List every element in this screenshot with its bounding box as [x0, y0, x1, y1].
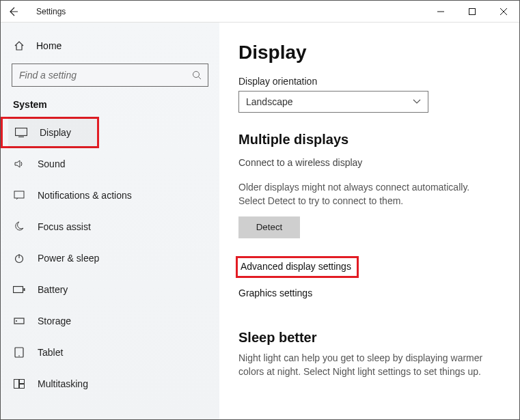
graphics-settings-link[interactable]: Graphics settings — [238, 285, 316, 303]
svg-rect-8 — [14, 191, 24, 198]
sidebar-group-title: System — [6, 99, 214, 117]
svg-rect-19 — [20, 384, 25, 389]
svg-rect-6 — [16, 128, 27, 136]
multitasking-icon — [13, 379, 25, 389]
svg-rect-1 — [469, 8, 476, 14]
battery-icon — [13, 285, 25, 294]
maximize-icon — [469, 8, 476, 15]
search-wrap — [12, 64, 208, 87]
sidebar: Home System Display — [1, 23, 219, 419]
sound-icon — [13, 158, 25, 169]
back-button[interactable] — [8, 6, 28, 17]
advanced-display-settings-link[interactable]: Advanced display settings — [241, 261, 351, 272]
home-icon — [13, 40, 25, 51]
sidebar-item-notifications[interactable]: Notifications & actions — [6, 180, 214, 211]
svg-point-4 — [193, 72, 200, 78]
home-button[interactable]: Home — [6, 35, 214, 64]
window-title: Settings — [36, 7, 66, 16]
maximize-button[interactable] — [456, 1, 488, 23]
sidebar-item-label: Battery — [38, 284, 68, 295]
svg-point-16 — [18, 355, 20, 356]
sidebar-item-tablet[interactable]: Tablet — [6, 337, 214, 368]
minimize-icon — [437, 8, 444, 15]
sidebar-item-focus-assist[interactable]: Focus assist — [6, 211, 214, 242]
storage-icon — [13, 316, 25, 326]
detect-help-text: Older displays might not always connect … — [238, 180, 498, 208]
minimize-button[interactable] — [425, 1, 456, 23]
orientation-label: Display orientation — [238, 76, 503, 87]
chevron-down-icon — [413, 99, 421, 104]
highlight-display: Display — [1, 117, 99, 148]
svg-line-5 — [199, 77, 202, 80]
sidebar-item-label: Notifications & actions — [38, 190, 132, 201]
sidebar-item-battery[interactable]: Battery — [6, 274, 214, 305]
svg-rect-12 — [24, 288, 25, 291]
sidebar-item-label: Storage — [38, 316, 71, 326]
highlight-advanced: Advanced display settings — [236, 256, 359, 278]
sleep-help-text: Night light can help you get to sleep by… — [238, 351, 498, 379]
orientation-value: Landscape — [246, 96, 293, 107]
sidebar-item-label: Tablet — [38, 347, 63, 358]
detect-button[interactable]: Detect — [238, 216, 300, 238]
sidebar-item-sound[interactable]: Sound — [6, 148, 214, 180]
wireless-display-link[interactable]: Connect to a wireless display — [238, 157, 503, 168]
search-icon — [192, 70, 202, 80]
page-title: Display — [238, 42, 503, 64]
search-input[interactable] — [12, 64, 208, 87]
multiple-displays-heading: Multiple displays — [238, 132, 503, 148]
svg-rect-18 — [20, 380, 25, 384]
sleep-better-heading: Sleep better — [238, 330, 503, 346]
tablet-icon — [13, 347, 25, 358]
display-icon — [15, 128, 27, 137]
power-icon — [13, 253, 25, 264]
svg-point-14 — [16, 320, 17, 322]
orientation-select[interactable]: Landscape — [238, 91, 428, 113]
sidebar-item-label: Focus assist — [38, 221, 91, 232]
sidebar-item-display[interactable]: Display — [8, 117, 97, 148]
notifications-icon — [13, 190, 25, 201]
sidebar-item-power-sleep[interactable]: Power & sleep — [6, 242, 214, 274]
arrow-left-icon — [8, 6, 18, 17]
sidebar-item-label: Display — [40, 127, 71, 138]
content-area: Display Display orientation Landscape Mu… — [219, 23, 519, 419]
sidebar-item-label: Multitasking — [38, 378, 88, 389]
svg-rect-11 — [14, 287, 23, 293]
close-button[interactable] — [488, 1, 519, 23]
sidebar-item-label: Sound — [38, 158, 65, 169]
sidebar-item-multitasking[interactable]: Multitasking — [6, 368, 214, 400]
focus-assist-icon — [13, 221, 25, 232]
sidebar-item-label: Power & sleep — [38, 253, 99, 264]
sidebar-nav: Display Sound Notifications & actions — [6, 117, 214, 400]
svg-rect-17 — [14, 380, 19, 389]
home-label: Home — [36, 40, 61, 51]
settings-window: Settings Home — [0, 0, 520, 420]
sidebar-item-storage[interactable]: Storage — [6, 305, 214, 337]
titlebar: Settings — [1, 1, 519, 23]
close-icon — [500, 8, 507, 15]
